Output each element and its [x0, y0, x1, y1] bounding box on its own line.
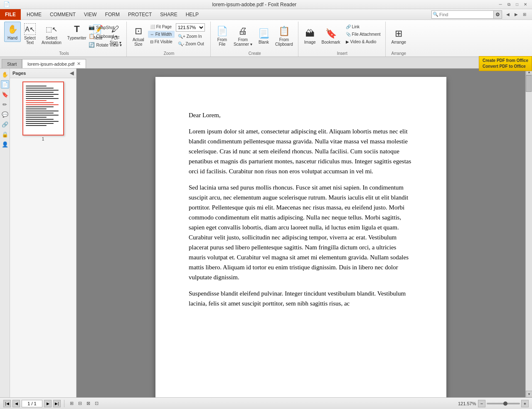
page-thumbnail-1[interactable]: 1	[13, 81, 73, 141]
rotate-view-button[interactable]: 🔄 Rotate View ▾	[86, 41, 124, 49]
zoom-out-button[interactable]: 🔍- Zoom Out	[176, 40, 206, 47]
search-bar: 🔍 ⚙ ◀ ▶ ⊞	[431, 10, 532, 19]
actual-size-button[interactable]: ⊡ ActualSize	[130, 22, 147, 51]
pages-collapse-button[interactable]: ◀	[70, 70, 74, 76]
page-thumb-image	[22, 81, 64, 136]
maximize-button[interactable]: □	[514, 1, 520, 8]
sidebar-comments-icon[interactable]: 💬	[1, 110, 9, 118]
sidebar-link-icon[interactable]: 🔗	[1, 120, 9, 128]
bookmark-button[interactable]: 🔖 Bookmark	[319, 22, 343, 51]
link-button[interactable]: 🔗 Link	[344, 23, 383, 30]
from-file-button[interactable]: 📄 FromFile	[214, 22, 230, 51]
clipboard-button[interactable]: 📋 Clipboard ▾	[86, 32, 124, 40]
fit-width-button[interactable]: ↔ Fit Width	[148, 31, 175, 38]
typewriter-button[interactable]: T Typewriter	[65, 22, 89, 42]
zoom-slider-thumb[interactable]	[503, 402, 507, 406]
sidebar-lock-icon[interactable]: 🔒	[1, 130, 9, 138]
sidebar-edit-icon[interactable]: ✏	[1, 100, 9, 108]
search-input[interactable]	[439, 12, 493, 17]
fit-visible-button[interactable]: ⊟ Fit Visible	[148, 38, 175, 45]
pdf-paragraph-2: Sed lacinia urna sed purus mollis rhoncu…	[189, 182, 413, 282]
pdf-paragraph-1: Lorem ipsum dolor sit amet, consectetur …	[189, 126, 413, 176]
tab-close-button[interactable]: ✕	[77, 62, 81, 66]
zoom-in-button[interactable]: 🔍+ Zoom In	[176, 33, 206, 40]
menu-protect[interactable]: PROTECT	[124, 9, 156, 20]
next-page-button[interactable]: ▶	[44, 400, 52, 407]
prev-page-button[interactable]: ◀	[12, 400, 20, 407]
select-annotation-button[interactable]: ⬚↖ SelectAnnotation	[39, 22, 64, 47]
bookmark-icon: 🔖	[325, 28, 337, 39]
fit-width-bottom-button[interactable]: ⊟	[76, 400, 84, 407]
rotate-icon: 🔄	[89, 42, 95, 48]
zoom-select[interactable]: 121.57% 100% 150% 75%	[176, 23, 205, 32]
search-expand-button[interactable]: ⊞	[520, 10, 529, 19]
scroll-thumb[interactable]	[526, 75, 532, 92]
thumb-line	[26, 121, 59, 122]
close-button[interactable]: ✕	[522, 1, 529, 8]
file-menu[interactable]: FILE	[0, 9, 21, 20]
menu-form[interactable]: FORM	[101, 9, 124, 20]
thumb-line	[26, 90, 59, 91]
fit-screen-bottom-button[interactable]: ⊠	[84, 400, 92, 407]
first-page-button[interactable]: |◀	[3, 400, 11, 407]
search-settings-button[interactable]: ⚙	[494, 10, 502, 19]
promo-bar[interactable]: Create PDF from Office Convert PDF to Of…	[479, 56, 532, 71]
search-forward-button[interactable]: ▶	[512, 10, 520, 19]
select-text-icon: A↖	[24, 23, 36, 35]
menu-view[interactable]: VIEW	[80, 9, 101, 20]
scroll-down-button[interactable]: ▼	[526, 391, 532, 397]
tab-start[interactable]: Start	[2, 59, 22, 68]
actual-size-icon: ⊡	[135, 26, 142, 37]
blank-icon: 📃	[258, 28, 269, 39]
menu-share[interactable]: SHARE	[156, 9, 181, 20]
thumb-lines	[23, 82, 63, 131]
zoom-label: 121.57%	[458, 401, 477, 406]
from-clipboard-button[interactable]: 📋 FromClipboard	[273, 22, 296, 51]
sidebar-pages-icon[interactable]: 📄	[1, 80, 9, 89]
last-page-button[interactable]: ▶|	[53, 400, 61, 407]
zoom-group-label: Zoom	[128, 51, 210, 56]
left-sidebar: ✋ 📄 🔖 ✏ 💬 🔗 🔒 👤	[0, 69, 10, 397]
restore-button[interactable]: ⧉	[505, 1, 512, 8]
bottom-bar: |◀ ◀ ▶ ▶| ⊞ ⊟ ⊠ ⊡ 121.57% − +	[0, 397, 532, 409]
thumb-line	[26, 113, 54, 113]
arrange-group-label: Arrange	[387, 51, 411, 56]
create-group: 📄 FromFile 🖨 FromScanner ▾ 📃 Blank 📋 Fro…	[212, 22, 298, 57]
pdf-area[interactable]: Dear Lorem, Lorem ipsum dolor sit amet, …	[76, 69, 525, 397]
fit-page-button[interactable]: ⬜ Fit Page	[148, 23, 175, 30]
page-input[interactable]	[22, 400, 42, 407]
arrange-group: ⊞ Arrange Arrange	[387, 22, 411, 57]
snapshot-button[interactable]: 📷 SnapShot	[86, 23, 124, 32]
sidebar-bookmarks-icon[interactable]: 🔖	[1, 90, 9, 99]
video-audio-button[interactable]: ▶ Video & Audio	[344, 38, 383, 45]
blank-button[interactable]: 📃 Blank	[256, 22, 272, 51]
hand-tool-button[interactable]: ✋ Hand	[4, 22, 21, 42]
zoom-in-bottom-button[interactable]: +	[521, 400, 529, 407]
zoom-in-icon: 🔍+	[178, 34, 185, 39]
fit-page-bottom-button[interactable]: ⊞	[68, 400, 75, 407]
zoom-slider[interactable]	[487, 403, 520, 404]
file-attachment-button[interactable]: 📎 File Attachment	[344, 31, 383, 38]
insert-group-label: Insert	[299, 51, 385, 56]
arrange-button[interactable]: ⊞ Arrange	[389, 22, 409, 51]
tab-pdf[interactable]: lorem-ipsum-adobe.pdf ✕	[22, 59, 86, 68]
menu-help[interactable]: HELP	[182, 9, 203, 20]
pages-panel: Pages ◀	[10, 69, 76, 397]
select-text-button[interactable]: A↖ SelectText	[22, 22, 38, 47]
search-back-button[interactable]: ◀	[504, 10, 512, 19]
insert-group: 🏔 Image 🔖 Bookmark 🔗 Link 📎 File Attachm…	[299, 22, 386, 57]
scroll-track[interactable]	[526, 75, 532, 391]
from-clipboard-icon: 📋	[278, 26, 290, 37]
from-scanner-button[interactable]: 🖨 FromScanner ▾	[231, 22, 255, 51]
menu-comment[interactable]: COMMENT	[46, 9, 80, 20]
separator	[64, 400, 64, 407]
thumb-line	[26, 123, 54, 124]
minimize-button[interactable]: ─	[497, 1, 504, 8]
select-annotation-icon: ⬚↖	[46, 23, 57, 35]
sidebar-hand-icon[interactable]: ✋	[1, 70, 9, 79]
actual-size-bottom-button[interactable]: ⊡	[93, 400, 100, 407]
menu-home[interactable]: HOME	[22, 9, 46, 20]
image-button[interactable]: 🏔 Image	[302, 22, 318, 51]
zoom-out-bottom-button[interactable]: −	[478, 400, 485, 407]
sidebar-user-icon[interactable]: 👤	[1, 140, 9, 148]
